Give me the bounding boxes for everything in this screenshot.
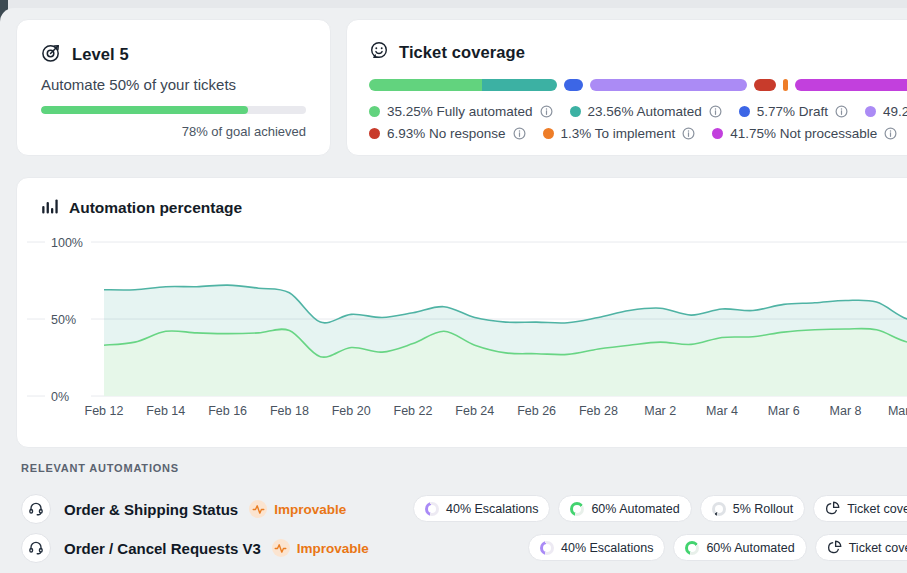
badge-pill[interactable]: Ticket coverage <box>813 495 907 522</box>
badge-group: 40% Escalations60% Automated5% RolloutTi… <box>413 495 907 522</box>
legend-item: 23.56% Automated <box>570 104 722 119</box>
badge-pill[interactable]: 60% Automated <box>673 534 806 561</box>
level-progress-fill <box>41 106 248 114</box>
automation-name: Order & Shipping Status <box>64 501 238 518</box>
info-icon[interactable] <box>884 127 897 140</box>
badge-group: 40% Escalations60% AutomatedTicket cover… <box>528 534 907 561</box>
coverage-segmented-bar <box>369 79 907 91</box>
badge-pill[interactable]: 5% Rollout <box>700 495 805 522</box>
coverage-segment-4 <box>754 79 776 91</box>
level-card: Level 5 Automate 50% of your tickets 78%… <box>16 19 331 156</box>
coverage-legend: 35.25% Fully automated23.56% Automated5.… <box>369 104 907 141</box>
legend-item: 6.93% No response <box>369 126 526 141</box>
svg-text:Feb 22: Feb 22 <box>394 404 433 418</box>
legend-label: 49.24% Escalated <box>883 104 907 119</box>
automation-avatar <box>21 533 51 563</box>
svg-text:Feb 28: Feb 28 <box>579 404 618 418</box>
automation-avatar <box>21 494 51 524</box>
legend-label: 41.75% Not processable <box>730 126 877 141</box>
svg-text:100%: 100% <box>51 236 83 250</box>
svg-text:0%: 0% <box>51 390 69 404</box>
relevant-automations-section: RELEVANT AUTOMATIONS Order & Shipping St… <box>21 462 907 474</box>
svg-text:Feb 18: Feb 18 <box>270 404 309 418</box>
info-icon[interactable] <box>682 127 695 140</box>
legend-dot <box>369 128 380 139</box>
svg-text:50%: 50% <box>51 313 76 327</box>
svg-text:Feb 12: Feb 12 <box>85 404 124 418</box>
legend-label: 35.25% Fully automated <box>387 104 533 119</box>
progress-ring-icon <box>712 502 726 516</box>
chart-title: Automation percentage <box>69 199 242 217</box>
progress-ring-icon <box>540 541 554 555</box>
legend-row: 6.93% No response1.3% To implement41.75%… <box>369 126 907 141</box>
svg-text:Mar 10: Mar 10 <box>888 404 907 418</box>
headset-icon <box>28 540 44 556</box>
automation-row[interactable]: Order & Shipping StatusImprovable40% Esc… <box>21 494 907 524</box>
info-icon[interactable] <box>513 127 526 140</box>
automation-name: Order / Cancel Requests V3 <box>64 540 261 557</box>
automation-chart-card: Automation percentage 0%50%100%Feb 12Feb… <box>16 177 907 448</box>
badge-label: 40% Escalations <box>561 541 653 555</box>
badge-label: 60% Automated <box>706 541 794 555</box>
coverage-segment-0 <box>369 79 482 91</box>
svg-text:Mar 8: Mar 8 <box>830 404 862 418</box>
svg-text:Feb 16: Feb 16 <box>208 404 247 418</box>
level-subtitle: Automate 50% of your tickets <box>41 76 306 93</box>
headset-icon <box>28 501 44 517</box>
badge-pill[interactable]: Ticket coverage <box>815 534 907 561</box>
coverage-title: Ticket coverage <box>399 43 525 62</box>
ticket-coverage-card: Ticket coverage 35.25% Fully automated23… <box>346 19 907 156</box>
improvable-label: Improvable <box>274 502 346 517</box>
improvable-badge: Improvable <box>272 539 369 557</box>
info-icon[interactable] <box>709 105 722 118</box>
legend-label: 6.93% No response <box>387 126 506 141</box>
automation-row[interactable]: Order / Cancel Requests V3Improvable40% … <box>21 533 907 563</box>
smiley-bubble-icon <box>369 40 389 64</box>
legend-label: 23.56% Automated <box>588 104 702 119</box>
legend-item: 41.75% Not processable <box>712 126 897 141</box>
legend-dot <box>712 128 723 139</box>
legend-row: 35.25% Fully automated23.56% Automated5.… <box>369 104 907 119</box>
badge-pill[interactable]: 60% Automated <box>558 495 691 522</box>
badge-label: Ticket coverage <box>849 541 907 555</box>
badge-pill[interactable]: 40% Escalations <box>528 534 665 561</box>
automation-percentage-chart: 0%50%100%Feb 12Feb 14Feb 16Feb 18Feb 20F… <box>17 228 907 433</box>
improvable-label: Improvable <box>297 541 369 556</box>
svg-text:Mar 2: Mar 2 <box>644 404 676 418</box>
automations-heading: RELEVANT AUTOMATIONS <box>21 462 907 474</box>
badge-pill[interactable]: 40% Escalations <box>413 495 550 522</box>
legend-dot <box>570 106 581 117</box>
info-icon[interactable] <box>540 105 553 118</box>
legend-dot <box>739 106 750 117</box>
legend-item: 5.77% Draft <box>739 104 848 119</box>
coverage-segment-6 <box>795 79 907 91</box>
legend-dot <box>865 106 876 117</box>
legend-dot <box>369 106 380 117</box>
badge-label: Ticket coverage <box>847 502 907 516</box>
progress-ring-icon <box>685 541 699 555</box>
info-icon[interactable] <box>835 105 848 118</box>
svg-text:Feb 14: Feb 14 <box>146 404 185 418</box>
svg-text:Feb 24: Feb 24 <box>455 404 494 418</box>
pulse-icon <box>272 539 290 557</box>
legend-item: 1.3% To implement <box>543 126 696 141</box>
svg-text:Mar 6: Mar 6 <box>768 404 800 418</box>
level-title: Level 5 <box>72 45 129 64</box>
legend-item: 49.24% Escalated <box>865 104 907 119</box>
pulse-icon <box>249 500 267 518</box>
level-progress-caption: 78% of goal achieved <box>41 124 306 139</box>
badge-label: 60% Automated <box>591 502 679 516</box>
target-goal-icon <box>41 42 62 67</box>
pie-chart-icon <box>825 501 840 516</box>
improvable-badge: Improvable <box>249 500 346 518</box>
legend-label: 1.3% To implement <box>561 126 676 141</box>
progress-ring-icon <box>425 502 439 516</box>
coverage-segment-3 <box>590 79 748 91</box>
badge-label: 5% Rollout <box>733 502 793 516</box>
svg-text:Mar 4: Mar 4 <box>706 404 738 418</box>
bar-chart-icon <box>41 197 59 219</box>
legend-label: 5.77% Draft <box>757 104 828 119</box>
svg-text:Feb 20: Feb 20 <box>332 404 371 418</box>
level-progress-bar <box>41 106 306 114</box>
legend-item: 35.25% Fully automated <box>369 104 553 119</box>
